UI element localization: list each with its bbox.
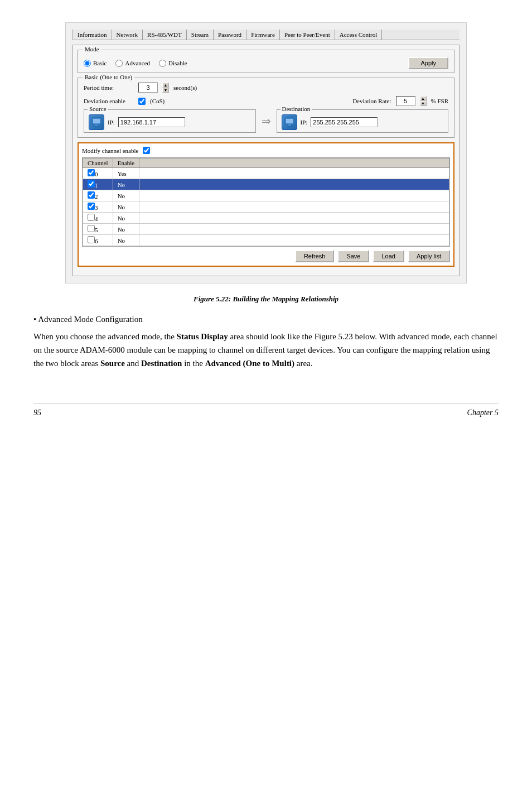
period-time-input[interactable]	[138, 83, 158, 93]
mode-apply-button[interactable]: Apply	[408, 57, 448, 69]
channel-checkbox[interactable]	[88, 236, 95, 243]
destination-ip-row: IP:	[282, 112, 444, 130]
mode-row: Basic Advanced Disable Apply	[84, 54, 448, 69]
svg-rect-5	[286, 119, 293, 123]
chapter-label: Chapter 5	[467, 408, 499, 417]
table-row[interactable]: 4No	[83, 213, 449, 224]
tab-password[interactable]: Password	[214, 30, 246, 40]
col-channel-header: Channel	[83, 158, 113, 168]
page-number: 95	[33, 408, 41, 417]
channel-checkbox[interactable]	[88, 169, 95, 176]
spin-down-button[interactable]: ▼	[162, 88, 169, 93]
enable-cell: No	[113, 235, 139, 246]
channel-checkbox[interactable]	[88, 203, 95, 210]
channel-table: Channel Enable 0Yes1No2No3No4No5No6No	[83, 158, 449, 246]
channel-enable-checkbox[interactable]	[143, 147, 150, 154]
radio-advanced-label: Advanced	[125, 60, 150, 66]
enable-cell: No	[113, 190, 139, 201]
period-time-unit: second(s)	[173, 84, 197, 91]
source-ip-row: IP:	[89, 112, 251, 130]
channel-checkbox[interactable]	[88, 191, 95, 199]
empty-cell	[139, 235, 449, 246]
svg-rect-1	[93, 119, 100, 123]
refresh-button[interactable]: Refresh	[295, 250, 335, 262]
bottom-btn-row: Refresh Save Load Apply list	[82, 250, 450, 262]
source-ip-input[interactable]	[118, 117, 185, 127]
radio-disable[interactable]: Disable	[159, 60, 187, 67]
tab-bar: Information Network RS-485/WDT Stream Pa…	[72, 30, 460, 40]
table-row[interactable]: 3No	[83, 201, 449, 213]
channel-checkbox[interactable]	[88, 180, 95, 188]
table-header-row: Channel Enable	[83, 158, 449, 168]
table-row[interactable]: 0Yes	[83, 168, 449, 179]
channel-cell: 4	[83, 213, 113, 224]
enable-cell: No	[113, 201, 139, 213]
channel-checkbox[interactable]	[88, 225, 95, 232]
enable-cell: Yes	[113, 168, 139, 179]
period-time-label: Period time:	[84, 84, 134, 91]
tab-access-control[interactable]: Access Control	[335, 30, 383, 40]
svg-rect-3	[94, 126, 99, 127]
deviation-rate-input[interactable]	[396, 96, 415, 106]
empty-cell	[139, 190, 449, 201]
table-row[interactable]: 2No	[83, 190, 449, 201]
deviation-spin-down[interactable]: ▼	[420, 101, 427, 106]
radio-advanced[interactable]: Advanced	[115, 60, 150, 67]
deviation-rate-spinner: ▲ ▼	[420, 96, 427, 106]
deviation-enable-label: Deviation enable	[84, 98, 134, 104]
load-button[interactable]: Load	[373, 250, 404, 262]
enable-cell: No	[113, 213, 139, 224]
channel-header-row: Modify channel enable	[82, 147, 450, 154]
channel-table-scroll[interactable]: Channel Enable 0Yes1No2No3No4No5No6No	[82, 157, 450, 247]
mode-options: Basic Advanced Disable	[84, 60, 187, 67]
radio-advanced-input[interactable]	[115, 60, 123, 67]
deviation-enable-checkbox[interactable]	[138, 98, 146, 105]
destination-label: Destination	[280, 105, 312, 112]
col-enable-header: Enable	[113, 158, 139, 168]
page-footer: 95 Chapter 5	[33, 403, 499, 417]
apply-list-button[interactable]: Apply list	[408, 250, 450, 262]
basic-section: Basic (One to One) Period time: ▲ ▼ seco…	[78, 78, 454, 138]
deviation-rate-label: Deviation Rate:	[352, 98, 391, 104]
channel-cell: 0	[83, 168, 113, 179]
radio-disable-input[interactable]	[159, 60, 166, 67]
table-row[interactable]: 5No	[83, 224, 449, 235]
tab-peer-to-peer[interactable]: Peer to Peer/Event	[280, 30, 335, 40]
bullet-symbol: •	[33, 315, 38, 324]
channel-header-label: Modify channel enable	[82, 147, 138, 154]
channel-cell: 6	[83, 235, 113, 246]
tab-rs485wdt[interactable]: RS-485/WDT	[143, 30, 187, 40]
empty-cell	[139, 168, 449, 179]
table-row[interactable]: 6No	[83, 235, 449, 246]
tab-network[interactable]: Network	[112, 30, 143, 40]
radio-basic[interactable]: Basic	[84, 60, 107, 67]
dest-ip-input[interactable]	[311, 117, 378, 127]
channel-cell: 5	[83, 224, 113, 235]
tab-information[interactable]: Information	[72, 30, 112, 40]
bullet-item: • Advanced Mode Configuration	[33, 315, 499, 324]
col-empty-header	[139, 158, 449, 168]
tab-firmware[interactable]: Firmware	[246, 30, 280, 40]
source-label: Source	[88, 105, 108, 112]
mode-section-label: Mode	[83, 46, 101, 52]
spin-up-button[interactable]: ▲	[162, 83, 169, 88]
dest-ip-label: IP:	[301, 119, 308, 126]
channel-checkbox[interactable]	[88, 214, 95, 221]
deviation-spin-up[interactable]: ▲	[420, 96, 427, 101]
empty-cell	[139, 213, 449, 224]
period-time-row: Period time: ▲ ▼ second(s)	[84, 83, 448, 93]
source-box: Source IP:	[84, 109, 256, 133]
channel-section: Modify channel enable Channel Enable	[78, 142, 454, 267]
radio-disable-label: Disable	[168, 60, 187, 66]
radio-basic-input[interactable]	[84, 60, 91, 67]
source-device-icon	[89, 114, 104, 130]
tab-stream[interactable]: Stream	[187, 30, 214, 40]
save-button[interactable]: Save	[337, 250, 369, 262]
mode-section: Mode Basic Advanced Disable	[78, 50, 454, 73]
body-text: When you choose the advanced mode, the S…	[33, 330, 499, 370]
empty-cell	[139, 224, 449, 235]
source-ip-label: IP:	[108, 119, 115, 126]
svg-rect-6	[288, 124, 291, 126]
basic-section-label: Basic (One to One)	[83, 74, 134, 80]
table-row[interactable]: 1No	[83, 179, 449, 190]
